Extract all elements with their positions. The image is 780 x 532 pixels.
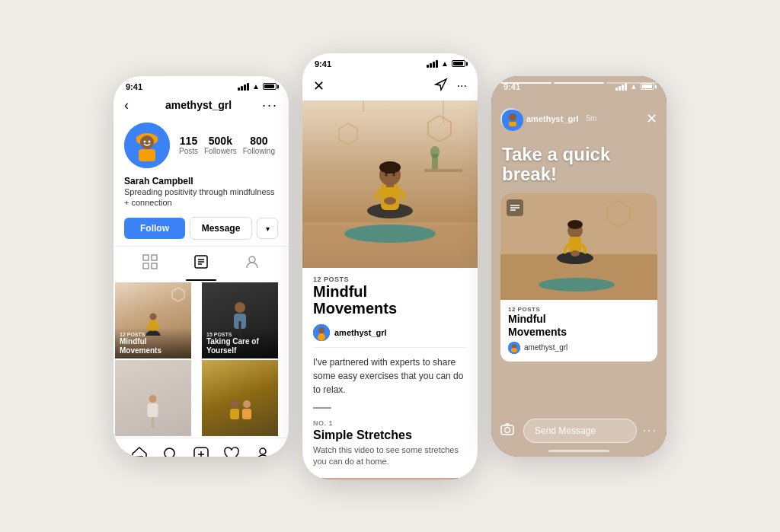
stat-followers-label: Followers <box>204 147 237 155</box>
svg-rect-28 <box>242 409 251 419</box>
svg-point-61 <box>509 113 516 121</box>
stat-posts-value: 115 <box>179 135 198 147</box>
grid-item-2[interactable]: 15 POSTS Taking Care ofYourself <box>202 282 278 358</box>
svg-marker-16 <box>172 288 184 301</box>
bio-name: Sarah Campbell <box>124 176 278 186</box>
persons-4 <box>221 400 259 430</box>
guide-description: I've partnered with experts to share som… <box>302 348 478 403</box>
guide-section-desc: Watch this video to see some stretches y… <box>313 444 467 468</box>
guide-author: amethyst_grl <box>302 321 478 347</box>
story-avatar-img <box>502 110 523 131</box>
grid-item-3[interactable] <box>115 360 191 436</box>
svg-point-6 <box>149 140 151 142</box>
status-icons-1: ▲ <box>238 82 277 91</box>
nav-profile[interactable] <box>253 444 273 456</box>
story-username: amethyst_grl <box>526 114 578 123</box>
grid-item-4[interactable] <box>202 360 278 436</box>
grid-item-1-posts: 12 POSTS <box>120 332 187 337</box>
story-card-avatar <box>508 342 520 354</box>
nav-home[interactable] <box>129 444 149 456</box>
guide-author-name: amethyst_grl <box>334 328 386 337</box>
profile-bio: Sarah Campbell Spreading positivity thro… <box>113 174 289 213</box>
story-close-button[interactable]: ✕ <box>646 110 657 127</box>
grid-item-1-overlay: 12 POSTS MindfulMovements <box>115 327 191 358</box>
svg-point-19 <box>235 302 245 313</box>
phone-profile: 9:41 ▲ ‹ amethyst_grl ··· <box>113 76 289 457</box>
signal-icon <box>238 83 249 91</box>
story-more-button[interactable]: ··· <box>643 424 657 438</box>
time-3: 9:41 <box>503 82 520 91</box>
message-button[interactable]: Message <box>190 217 252 240</box>
grid-item-1-title: MindfulMovements <box>120 337 187 355</box>
story-footer: Send Message ··· <box>491 411 667 457</box>
story-card-author: amethyst_grl <box>508 342 650 354</box>
grid-item-1[interactable]: 12 POSTS MindfulMovements <box>115 282 191 358</box>
guide-thumb-img <box>313 478 467 479</box>
status-bar-2: 9:41 ▲ <box>302 53 478 72</box>
guide-send-button[interactable] <box>434 78 448 94</box>
svg-point-66 <box>539 278 615 291</box>
person-icon <box>254 446 271 456</box>
time-2: 9:41 <box>315 59 331 68</box>
svg-point-15 <box>249 256 255 263</box>
story-card-title: MindfulMovements <box>508 313 650 339</box>
svg-point-3 <box>140 135 154 149</box>
nav-search[interactable] <box>161 444 181 456</box>
story-card[interactable]: 12 POSTS MindfulMovements amethyst_grl <box>500 193 657 362</box>
svg-point-22 <box>149 395 157 403</box>
status-bar-1: 9:41 ▲ <box>113 76 289 94</box>
story-message-input[interactable]: Send Message <box>523 419 637 443</box>
svg-point-78 <box>511 348 517 352</box>
signal-icon-2 <box>427 60 438 68</box>
camera-svg <box>500 422 514 436</box>
yoga-scene <box>302 100 478 268</box>
phone-guide: 9:41 ▲ ✕ <box>302 53 478 479</box>
person-tag-icon <box>245 254 260 269</box>
story-card-posts: 12 POSTS <box>508 306 650 313</box>
svg-rect-62 <box>509 122 516 126</box>
tab-grid[interactable] <box>124 247 175 281</box>
story-background: 9:41 ▲ <box>491 76 667 457</box>
hex-decoration <box>171 287 185 302</box>
dropdown-button[interactable]: ▾ <box>257 218 278 239</box>
follow-button[interactable]: Follow <box>124 218 185 239</box>
guide-more-button[interactable]: ··· <box>457 79 467 93</box>
tab-guide[interactable] <box>175 247 226 281</box>
guide-icon <box>193 254 209 269</box>
stat-following-value: 800 <box>243 135 275 147</box>
svg-point-5 <box>144 140 146 142</box>
story-card-avatar-img <box>508 342 520 354</box>
svg-point-68 <box>567 220 583 229</box>
plus-square-icon <box>193 446 209 456</box>
nav-create[interactable] <box>191 444 211 456</box>
stats-group: 115 Posts 500k Followers 800 Following <box>176 135 278 155</box>
status-icons-2: ▲ <box>427 59 465 68</box>
svg-point-36 <box>344 225 436 243</box>
tab-tagged[interactable] <box>227 247 278 281</box>
back-button[interactable]: ‹ <box>124 97 129 113</box>
guide-hero-image <box>302 100 478 268</box>
svg-point-51 <box>430 146 440 158</box>
bottom-nav <box>113 438 289 456</box>
svg-rect-55 <box>313 478 467 479</box>
guide-close-button[interactable]: ✕ <box>313 78 324 94</box>
profile-header: ‹ amethyst_grl ··· <box>113 94 289 119</box>
phones-container: 9:41 ▲ ‹ amethyst_grl ··· <box>113 53 667 479</box>
time-1: 9:41 <box>126 82 142 91</box>
camera-icon[interactable] <box>500 422 514 439</box>
home-icon <box>131 446 148 456</box>
nav-likes[interactable] <box>222 444 241 456</box>
more-options-button[interactable]: ··· <box>262 97 278 113</box>
svg-rect-10 <box>152 263 157 269</box>
svg-marker-38 <box>339 123 357 145</box>
story-card-content: 12 POSTS MindfulMovements amethyst_grl <box>500 300 657 362</box>
profile-tabs <box>113 246 289 281</box>
svg-rect-4 <box>139 149 155 161</box>
guide-section-1: NO. 1 Simple Stretches Watch this video … <box>302 416 478 473</box>
author-avatar-img <box>313 324 330 341</box>
guide-section-title: Simple Stretches <box>313 428 467 442</box>
wifi-icon: ▲ <box>252 82 260 91</box>
profile-stats-row: 115 Posts 500k Followers 800 Following <box>113 119 289 174</box>
svg-point-54 <box>318 333 325 341</box>
stat-posts: 115 Posts <box>179 135 198 155</box>
